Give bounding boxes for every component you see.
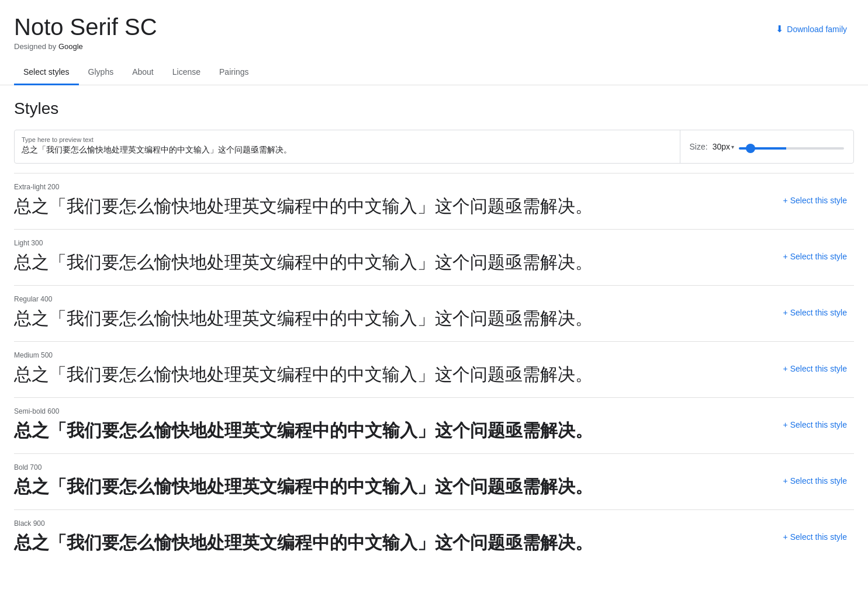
styles-heading: Styles xyxy=(14,99,854,118)
select-style-button-regular[interactable]: + Select this style xyxy=(776,303,854,322)
select-style-button-light[interactable]: + Select this style xyxy=(776,247,854,266)
style-left: Bold 700总之「我们要怎么愉快地处理英文编程中的中文输入」这个问题亟需解决… xyxy=(14,463,776,498)
page-header: Noto Serif SC Designed by Google ⬇ Downl… xyxy=(0,0,868,51)
select-style-button-medium[interactable]: + Select this style xyxy=(776,359,854,378)
font-size-slider[interactable] xyxy=(739,147,844,150)
style-weight-label: Regular 400 xyxy=(14,295,776,303)
style-left: Light 300总之「我们要怎么愉快地处理英文编程中的中文输入」这个问题亟需解… xyxy=(14,239,776,273)
plus-icon: + xyxy=(783,252,788,261)
style-item: Light 300总之「我们要怎么愉快地处理英文编程中的中文输入」这个问题亟需解… xyxy=(14,229,854,285)
size-value-button[interactable]: 30px ▾ xyxy=(713,142,734,151)
tab-license[interactable]: License xyxy=(163,60,210,85)
style-preview-text: 总之「我们要怎么愉快地处理英文编程中的中文输入」这个问题亟需解决。 xyxy=(14,363,776,386)
select-style-button-extra-light[interactable]: + Select this style xyxy=(776,191,854,210)
style-preview-text: 总之「我们要怎么愉快地处理英文编程中的中文输入」这个问题亟需解决。 xyxy=(14,475,776,498)
select-style-button-semi-bold[interactable]: + Select this style xyxy=(776,415,854,434)
font-info: Noto Serif SC Designed by Google xyxy=(14,14,157,51)
select-style-button-black[interactable]: + Select this style xyxy=(776,528,854,546)
plus-icon: + xyxy=(783,364,788,373)
main-content: Styles Type here to preview text Size: 3… xyxy=(0,85,868,580)
tabs-nav: Select styles Glyphs About License Pairi… xyxy=(0,60,868,85)
style-preview-text: 总之「我们要怎么愉快地处理英文编程中的中文输入」这个问题亟需解决。 xyxy=(14,195,776,217)
style-weight-label: Bold 700 xyxy=(14,463,776,471)
download-label: Download family xyxy=(787,25,847,34)
designed-by-prefix: Designed by xyxy=(14,42,58,51)
style-weight-label: Light 300 xyxy=(14,239,776,247)
select-style-label: Select this style xyxy=(790,196,847,205)
chevron-down-icon: ▾ xyxy=(731,144,734,150)
download-family-button[interactable]: ⬇ Download family xyxy=(769,19,854,39)
tab-select-styles[interactable]: Select styles xyxy=(14,60,79,85)
size-control: Size: 30px ▾ xyxy=(680,130,853,163)
style-weight-label: Extra-light 200 xyxy=(14,183,776,191)
style-item: Extra-light 200总之「我们要怎么愉快地处理英文编程中的中文输入」这… xyxy=(14,173,854,229)
plus-icon: + xyxy=(783,196,788,205)
preview-label: Type here to preview text xyxy=(22,136,94,143)
select-style-button-bold[interactable]: + Select this style xyxy=(776,471,854,490)
tab-pairings[interactable]: Pairings xyxy=(210,60,258,85)
style-left: Semi-bold 600总之「我们要怎么愉快地处理英文编程中的中文输入」这个问… xyxy=(14,407,776,442)
style-left: Regular 400总之「我们要怎么愉快地处理英文编程中的中文输入」这个问题亟… xyxy=(14,295,776,330)
select-style-label: Select this style xyxy=(790,476,847,486)
style-left: Extra-light 200总之「我们要怎么愉快地处理英文编程中的中文输入」这… xyxy=(14,183,776,217)
select-style-label: Select this style xyxy=(790,308,847,317)
preview-input[interactable] xyxy=(22,137,663,155)
style-weight-label: Medium 500 xyxy=(14,351,776,359)
style-item: Medium 500总之「我们要怎么愉快地处理英文编程中的中文输入」这个问题亟需… xyxy=(14,341,854,397)
style-list: Extra-light 200总之「我们要怎么愉快地处理英文编程中的中文输入」这… xyxy=(14,173,854,566)
plus-icon: + xyxy=(783,476,788,486)
style-item: Black 900总之「我们要怎么愉快地处理英文编程中的中文输入」这个问题亟需解… xyxy=(14,509,854,566)
select-style-label: Select this style xyxy=(790,364,847,373)
select-style-label: Select this style xyxy=(790,252,847,261)
plus-icon: + xyxy=(783,532,788,542)
designed-by: Designed by Google xyxy=(14,42,157,51)
tab-about[interactable]: About xyxy=(123,60,163,85)
style-left: Black 900总之「我们要怎么愉快地处理英文编程中的中文输入」这个问题亟需解… xyxy=(14,519,776,554)
plus-icon: + xyxy=(783,420,788,429)
select-style-label: Select this style xyxy=(790,532,847,542)
designed-by-name: Google xyxy=(58,42,83,51)
preview-input-wrap: Type here to preview text xyxy=(15,133,670,161)
preview-bar: Type here to preview text Size: 30px ▾ xyxy=(14,130,854,164)
style-item: Semi-bold 600总之「我们要怎么愉快地处理英文编程中的中文输入」这个问… xyxy=(14,397,854,453)
select-style-label: Select this style xyxy=(790,420,847,429)
style-left: Medium 500总之「我们要怎么愉快地处理英文编程中的中文输入」这个问题亟需… xyxy=(14,351,776,386)
style-preview-text: 总之「我们要怎么愉快地处理英文编程中的中文输入」这个问题亟需解决。 xyxy=(14,419,776,442)
style-weight-label: Black 900 xyxy=(14,519,776,528)
style-preview-text: 总之「我们要怎么愉快地处理英文编程中的中文输入」这个问题亟需解决。 xyxy=(14,307,776,330)
style-preview-text: 总之「我们要怎么愉快地处理英文编程中的中文输入」这个问题亟需解决。 xyxy=(14,531,776,554)
slider-wrap xyxy=(739,142,844,151)
style-item: Bold 700总之「我们要怎么愉快地处理英文编程中的中文输入」这个问题亟需解决… xyxy=(14,453,854,509)
font-title: Noto Serif SC xyxy=(14,14,157,40)
size-label: Size: xyxy=(690,142,708,151)
size-value-text: 30px xyxy=(713,142,730,151)
style-weight-label: Semi-bold 600 xyxy=(14,407,776,415)
download-icon: ⬇ xyxy=(776,23,783,34)
plus-icon: + xyxy=(783,308,788,317)
style-item: Regular 400总之「我们要怎么愉快地处理英文编程中的中文输入」这个问题亟… xyxy=(14,285,854,341)
tab-glyphs[interactable]: Glyphs xyxy=(79,60,123,85)
style-preview-text: 总之「我们要怎么愉快地处理英文编程中的中文输入」这个问题亟需解决。 xyxy=(14,251,776,273)
